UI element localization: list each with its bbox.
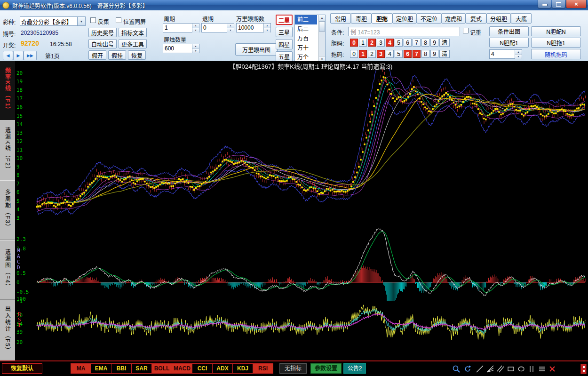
- backperiod-value[interactable]: 0: [202, 24, 227, 32]
- right-tab-4[interactable]: 不定位: [417, 13, 441, 24]
- vertical-lines-tool-icon[interactable]: [527, 364, 536, 374]
- tuoma-digit-2[interactable]: 2: [368, 50, 376, 58]
- indicator-SAR[interactable]: SAR: [131, 363, 152, 374]
- trendline-tool-icon[interactable]: [475, 364, 485, 374]
- tuoma-digit-3[interactable]: 3: [377, 50, 385, 58]
- minimize-button[interactable]: [538, 0, 551, 8]
- ndan-pei-n-button[interactable]: N胆配N: [531, 26, 581, 36]
- cycle-value[interactable]: 1: [163, 24, 192, 32]
- ndan-pei-1-button[interactable]: N胆配1: [489, 38, 529, 48]
- wanliyan-periods-input[interactable]: 10000 ▲▼: [236, 23, 271, 32]
- zoom-icon[interactable]: [452, 364, 461, 374]
- indicator-RSI[interactable]: RSI: [253, 363, 273, 374]
- auto-number-button[interactable]: 自动出号: [88, 39, 117, 48]
- tuoma-digit-7[interactable]: 7: [413, 50, 421, 58]
- refresh-icon[interactable]: [463, 364, 472, 374]
- spin-up-icon[interactable]: ▲: [515, 50, 522, 55]
- danma-clear-button[interactable]: 清: [439, 39, 450, 47]
- danma-digit-0[interactable]: 0: [350, 39, 358, 47]
- restore-button[interactable]: 恢复: [128, 50, 146, 60]
- right-tab-0[interactable]: 常用: [330, 13, 351, 24]
- dropdown-arrow-icon[interactable]: ▼: [77, 17, 85, 25]
- frequency-kline-chart[interactable]: [15, 61, 588, 360]
- danma-digit-2[interactable]: 2: [368, 39, 376, 47]
- danma-digit-8[interactable]: 8: [421, 39, 429, 47]
- jizhong-checkbox[interactable]: [463, 28, 469, 33]
- indicator-MACD[interactable]: MACD: [172, 363, 192, 374]
- spin-up-icon[interactable]: ▲: [192, 24, 199, 28]
- position-item-1[interactable]: 后二: [295, 24, 317, 34]
- close-button[interactable]: ×: [566, 0, 587, 8]
- star-tab-0[interactable]: 二星: [276, 15, 293, 25]
- list-scrollbar[interactable]: ▲ ▼: [318, 15, 325, 62]
- ndan-tuo-1-button[interactable]: N胆拖1: [531, 38, 581, 48]
- candle-count-input[interactable]: 600 ▲▼: [163, 44, 199, 53]
- lottery-select[interactable]: 奇趣分分彩【多彩】 ▼: [20, 16, 86, 26]
- right-tab-2[interactable]: 胆拖: [372, 13, 392, 24]
- position-item-4[interactable]: 万个: [295, 53, 317, 62]
- tuo-count-spinner[interactable]: ▲▼: [515, 50, 522, 58]
- sidebar-tab-3[interactable]: 遗漏图（F4）: [0, 240, 15, 300]
- tuoma-digit-5[interactable]: 5: [395, 50, 403, 58]
- titlebar[interactable]: 财神道趋势软件(版本:v6.0.0.56) 奇趣分分彩【多彩】 ×: [0, 0, 588, 10]
- scrollbar-thumb[interactable]: [319, 21, 325, 32]
- sidebar-tab-4[interactable]: 出入统计（F5）: [0, 300, 15, 360]
- star-tab-2[interactable]: 四星: [276, 39, 293, 49]
- sidebar-tab-0[interactable]: 频率K线（F1）: [0, 61, 15, 121]
- spin-up-icon[interactable]: ▲: [264, 24, 270, 28]
- indicator-BOLL[interactable]: BOLL: [151, 363, 172, 374]
- indicator-KDJ[interactable]: KDJ: [232, 363, 253, 374]
- rectangle-tool-icon[interactable]: [506, 364, 516, 374]
- danma-digit-4[interactable]: 4: [386, 39, 394, 47]
- spin-down-icon[interactable]: ▼: [227, 28, 234, 32]
- cycle-input[interactable]: 1 ▲▼: [163, 23, 199, 32]
- indicator-MA[interactable]: MA: [71, 363, 91, 374]
- spin-down-icon[interactable]: ▼: [192, 28, 199, 32]
- cycle-spinner[interactable]: ▲▼: [192, 24, 199, 32]
- candle-count-value[interactable]: 600: [163, 44, 192, 53]
- danma-digit-5[interactable]: 5: [395, 39, 403, 47]
- notice-button[interactable]: 公告2: [343, 363, 366, 374]
- tuoma-digit-8[interactable]: 8: [421, 50, 429, 58]
- ellipse-tool-icon[interactable]: [516, 364, 526, 374]
- tuoma-digit-1[interactable]: 1: [359, 50, 367, 58]
- horizontal-lines-tool-icon[interactable]: [537, 364, 547, 374]
- condition-input[interactable]: [348, 27, 460, 36]
- indicator-ADX[interactable]: ADX: [212, 363, 233, 374]
- spin-down-icon[interactable]: ▼: [192, 49, 199, 53]
- delete-drawing-icon[interactable]: [548, 364, 557, 374]
- tuoma-digit-4[interactable]: 4: [386, 50, 394, 58]
- spin-up-icon[interactable]: ▲: [192, 44, 199, 49]
- danma-digit-9[interactable]: 9: [430, 39, 438, 47]
- position-item-2[interactable]: 万百: [295, 34, 317, 43]
- sidebar-tab-1[interactable]: 遗漏K线（F2）: [0, 121, 15, 181]
- right-tab-5[interactable]: 龙虎和: [441, 13, 466, 24]
- tuoma-digit-0[interactable]: 0: [350, 50, 358, 58]
- wanliyan-periods-value[interactable]: 10000: [237, 24, 263, 32]
- history-numbers-button[interactable]: 历史奖号: [88, 28, 117, 37]
- prev-page-button[interactable]: ◀: [3, 51, 13, 60]
- next-page-button[interactable]: ▶: [13, 51, 24, 60]
- right-tab-3[interactable]: 定位胆: [392, 13, 417, 24]
- right-tab-6[interactable]: 复式: [466, 13, 486, 24]
- random-tuo-button[interactable]: 随机拖码: [531, 49, 581, 59]
- last-page-button[interactable]: ▶▶: [24, 51, 37, 60]
- right-tab-7[interactable]: 分组胆: [486, 13, 511, 24]
- indicator-CCI[interactable]: CCI: [192, 363, 213, 374]
- indicator-text-button[interactable]: 指标文本: [119, 28, 147, 37]
- collapse-panel-icon[interactable]: [580, 364, 587, 374]
- candle-count-spinner[interactable]: ▲▼: [192, 44, 199, 53]
- backperiod-input[interactable]: 0 ▲▼: [201, 23, 234, 32]
- position-item-0[interactable]: 前二: [295, 15, 317, 24]
- restore-default-button[interactable]: 恢复默认: [2, 363, 42, 374]
- tuoma-digit-9[interactable]: 9: [430, 50, 438, 58]
- wanliyan-spinner[interactable]: ▲▼: [263, 24, 270, 32]
- indicator-EMA[interactable]: EMA: [91, 363, 111, 374]
- tuoma-digit-6[interactable]: 6: [404, 50, 412, 58]
- fanji-checkbox[interactable]: [90, 17, 96, 23]
- tuoma-clear-button[interactable]: 清: [439, 50, 450, 58]
- channel-tool-icon[interactable]: [496, 364, 505, 374]
- more-tools-button[interactable]: 更多工具: [119, 39, 147, 48]
- fake-hang-button[interactable]: 假挂: [108, 50, 126, 60]
- star-tab-3[interactable]: 五星: [276, 51, 293, 62]
